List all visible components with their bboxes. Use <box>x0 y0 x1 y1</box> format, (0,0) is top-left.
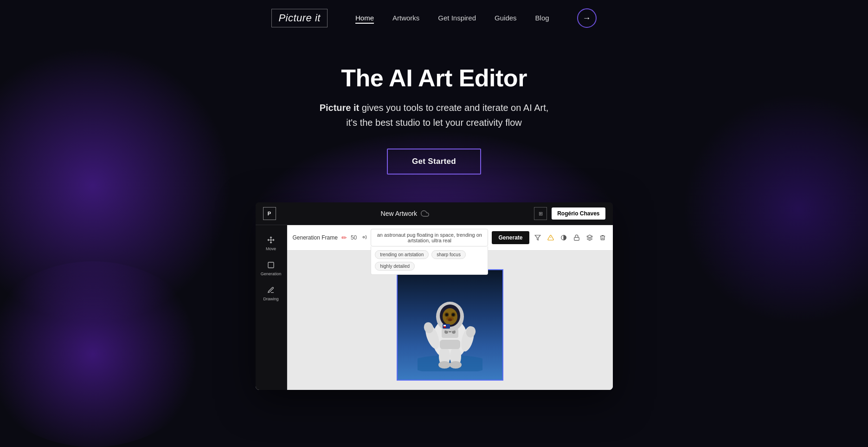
gen-count: 50 <box>351 234 357 241</box>
user-profile-button[interactable]: Rogério Chaves <box>552 207 605 220</box>
hero-title: The AI Art Editor <box>0 64 868 92</box>
app-topbar: P New Artwork ⊞ Rogério Chaves <box>256 202 613 225</box>
expand-button[interactable]: ⊞ <box>534 207 547 220</box>
trash-icon[interactable] <box>598 233 607 242</box>
svg-rect-33 <box>440 340 460 349</box>
login-button[interactable]: → <box>577 8 597 28</box>
logo-text: Picture it <box>278 12 321 24</box>
app-canvas: Generation Frame ✏ 50 <box>287 225 613 390</box>
app-logo-letter: P <box>268 211 271 216</box>
nav-link-blog[interactable]: Blog <box>535 14 549 22</box>
svg-rect-8 <box>574 237 579 240</box>
app-artwork-title: New Artwork <box>381 210 418 217</box>
svg-rect-36 <box>444 326 446 328</box>
gen-suggestions-dropdown: trending on artstation sharp focus highl… <box>371 246 488 275</box>
svg-point-22 <box>452 313 455 316</box>
svg-point-31 <box>438 361 450 369</box>
gen-prompt-area: an astronaut pug floating in space, tren… <box>371 229 488 246</box>
app-mockup: P New Artwork ⊞ Rogério Chaves <box>256 202 613 390</box>
gen-toolbar-right <box>533 233 607 242</box>
hero-subtitle: Picture it gives you tools to create and… <box>0 100 868 130</box>
nav-item-blog[interactable]: Blog <box>535 14 549 22</box>
sidebar-tool-drawing[interactable]: Drawing <box>256 282 287 305</box>
filter-icon[interactable] <box>533 233 542 242</box>
svg-point-3 <box>363 236 365 238</box>
sidebar-tool-move[interactable]: Move <box>256 232 287 255</box>
drawing-icon <box>266 285 276 295</box>
move-icon <box>266 235 276 245</box>
arrow-right-icon: → <box>583 13 591 23</box>
gen-prompt-text: an astronaut pug floating in space, tren… <box>376 232 483 243</box>
app-sidebar: Move Generation <box>256 225 287 390</box>
nav-item-artworks[interactable]: Artworks <box>392 14 419 22</box>
nav-logo: Picture it <box>271 9 328 27</box>
warning-icon[interactable] <box>546 233 555 242</box>
app-body: Move Generation <box>256 225 613 390</box>
sidebar-tool-generation[interactable]: Generation <box>256 257 287 280</box>
astronaut-pug-svg <box>418 279 482 371</box>
app-title-area: New Artwork <box>381 209 430 218</box>
suggestion-tag-highly-detailed[interactable]: highly detailed <box>375 262 415 271</box>
app-logo-small: P <box>263 207 276 220</box>
move-label: Move <box>266 246 276 251</box>
expand-icon: ⊞ <box>539 211 543 217</box>
canvas-image-frame <box>397 269 503 381</box>
nav-link-home[interactable]: Home <box>355 14 374 24</box>
hero-subtitle-text: gives you tools to create and iterate on… <box>346 103 548 128</box>
nav-link-artworks[interactable]: Artworks <box>392 14 419 22</box>
svg-marker-4 <box>535 235 540 240</box>
hero-subtitle-bold: Picture it <box>320 103 360 113</box>
nav-item-get-inspired[interactable]: Get Inspired <box>438 14 476 22</box>
generation-label: Generation <box>261 272 282 276</box>
gen-prompt-box[interactable]: an astronaut pug floating in space, tren… <box>371 229 488 246</box>
hero-content: The AI Art Editor Picture it gives you t… <box>0 36 868 390</box>
nav-item-guides[interactable]: Guides <box>495 14 517 22</box>
svg-rect-35 <box>444 325 446 326</box>
svg-point-24 <box>448 318 452 321</box>
nav-item-home[interactable]: Home <box>355 14 374 22</box>
nav-link-get-inspired[interactable]: Get Inspired <box>438 14 476 22</box>
suggestion-tag-sharp-focus[interactable]: sharp focus <box>431 250 466 259</box>
gen-pencil-icon: ✏ <box>341 234 347 241</box>
generate-button[interactable]: Generate <box>492 231 529 244</box>
hero-background: Picture it Home Artworks Get Inspired Gu… <box>0 0 868 447</box>
cloud-icon <box>421 209 429 218</box>
lock-icon[interactable] <box>572 233 581 242</box>
svg-point-32 <box>450 361 462 369</box>
get-started-button[interactable]: Get Started <box>387 149 481 175</box>
gen-settings-icon <box>360 234 367 242</box>
svg-point-21 <box>445 313 448 316</box>
drawing-label: Drawing <box>263 297 278 301</box>
svg-marker-9 <box>587 235 592 238</box>
layers-icon[interactable] <box>585 233 594 242</box>
svg-rect-2 <box>268 262 274 268</box>
nav-link-guides[interactable]: Guides <box>495 14 517 22</box>
generation-toolbar: Generation Frame ✏ 50 <box>287 225 613 251</box>
generation-icon <box>266 260 276 270</box>
app-mockup-wrapper: P New Artwork ⊞ Rogério Chaves <box>0 202 868 390</box>
suggestion-tag-trending[interactable]: trending on artstation <box>375 250 429 259</box>
nav-links: Home Artworks Get Inspired Guides Blog <box>355 14 549 22</box>
navbar: Picture it Home Artworks Get Inspired Gu… <box>0 0 868 36</box>
contrast-icon[interactable] <box>559 233 568 242</box>
astronaut-image <box>398 270 502 380</box>
app-topbar-right: ⊞ Rogério Chaves <box>534 207 605 220</box>
gen-frame-label: Generation Frame <box>293 234 338 241</box>
